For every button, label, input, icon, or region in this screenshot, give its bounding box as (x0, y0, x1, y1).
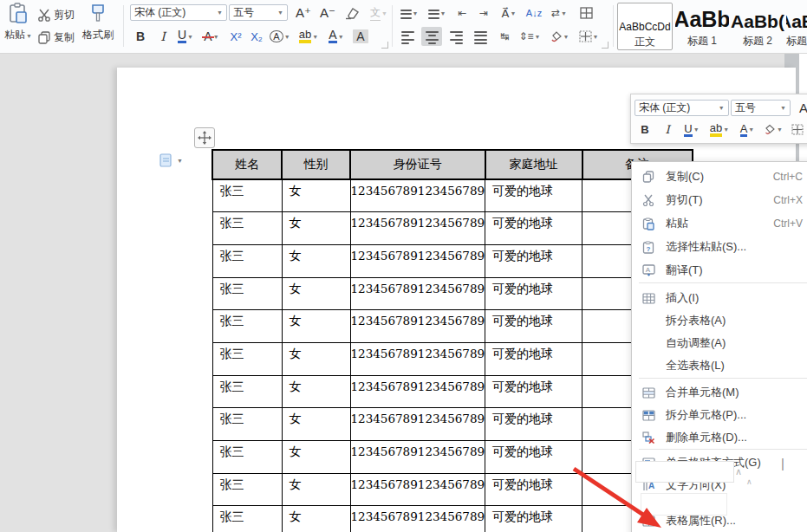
cell-gender[interactable]: 女 (282, 408, 350, 441)
cell-gender[interactable]: 女 (282, 342, 350, 375)
justify-button[interactable] (470, 27, 491, 46)
highlight-color-button[interactable]: ab▼ (295, 27, 322, 46)
header-cell[interactable]: 姓名 (212, 150, 282, 179)
italic-button[interactable]: I (153, 27, 173, 46)
align-left-button[interactable] (397, 27, 418, 46)
cell-address[interactable]: 可爱的地球 (485, 506, 582, 532)
cell-gender[interactable]: 女 (282, 506, 350, 532)
cell-id[interactable]: 123456789123456789 (350, 375, 485, 408)
menu-item-translate[interactable]: A 翻译(T) (633, 259, 807, 282)
pinyin-guide-button[interactable]: 文▼ (366, 3, 392, 23)
menu-item-merge-cells[interactable]: 合并单元格(M) (633, 381, 807, 404)
mini-highlight-button[interactable]: ab▼ (706, 120, 733, 139)
cell-gender[interactable]: 女 (282, 375, 350, 408)
mini-underline-button[interactable]: U▼ (680, 120, 704, 139)
mini-font-color-button[interactable]: A▼ (735, 120, 759, 139)
mini-shading-button[interactable]: ▼ (761, 120, 785, 139)
text-effects-button[interactable]: A▼ (267, 27, 293, 46)
menu-item-split-cells[interactable]: 拆分单元格(P)... (633, 404, 807, 426)
cell-address[interactable]: 可爱的地球 (485, 473, 582, 506)
strikethrough-button[interactable]: A▼ (199, 27, 224, 46)
menu-item-copy[interactable]: 复制(C) Ctrl+C (633, 165, 807, 188)
cell-name[interactable]: 张三 (212, 342, 282, 375)
mini-bold-button[interactable]: B (635, 120, 655, 139)
cell-id[interactable]: 123456789123456789 (350, 506, 485, 532)
cell-address[interactable]: 可爱的地球 (485, 375, 582, 408)
mini-font-size-combobox[interactable]: 五号▼ (731, 100, 791, 116)
cell-id[interactable]: 123456789123456789 (350, 277, 485, 310)
paragraph-layout-button[interactable]: ⇄▼ (546, 3, 572, 23)
cell-id[interactable]: 123456789123456789 (350, 212, 485, 245)
cell-gender[interactable]: 女 (282, 212, 350, 245)
style-item-heading3[interactable]: AaB 标题 3 (786, 3, 807, 50)
cell-name[interactable]: 张三 (212, 179, 282, 212)
menu-item-paste[interactable]: 粘贴 Ctrl+V (633, 212, 807, 235)
cell-address[interactable]: 可爱的地球 (485, 277, 582, 310)
cell-id[interactable]: 123456789123456789 (350, 441, 485, 474)
cell-name[interactable]: 张三 (212, 310, 282, 343)
decrease-font-button[interactable]: A⁻ (317, 3, 338, 23)
cell-address[interactable]: 可爱的地球 (485, 310, 582, 343)
mini-borders-button[interactable] (787, 120, 807, 139)
cell-address[interactable]: 可爱的地球 (485, 212, 582, 245)
style-item-normal[interactable]: AaBbCcDd 正文 (617, 3, 673, 50)
line-spacing-button[interactable]: ⇕≡▼ (517, 27, 543, 46)
mini-increase-font-button[interactable]: A (799, 101, 807, 115)
menu-item-paste-special[interactable]: ? 选择性粘贴(S)... (633, 236, 807, 258)
cell-gender[interactable]: 女 (282, 277, 350, 310)
cell-gender[interactable]: 女 (282, 473, 350, 506)
cell-id[interactable]: 123456789123456789 (350, 244, 485, 277)
cell-name[interactable]: 张三 (212, 277, 282, 310)
bullet-list-button[interactable]: ▼ (397, 3, 421, 23)
menu-item-cut[interactable]: 剪切(T) Ctrl+X (633, 189, 807, 211)
menu-item-select-table[interactable]: 全选表格(L) (633, 354, 807, 377)
menu-item-delete-cells[interactable]: 删除单元格(D)... (633, 426, 807, 449)
font-name-combobox[interactable]: 宋体 (正文)▼ (130, 4, 227, 21)
menu-item-insert[interactable]: 插入(I) (633, 287, 807, 309)
header-cell[interactable]: 身份证号 (350, 150, 485, 179)
distribute-button[interactable]: ↹ (494, 27, 515, 46)
cell-id[interactable]: 123456789123456789 (350, 310, 485, 343)
header-cell[interactable]: 家庭地址 (485, 150, 582, 179)
font-color-button[interactable]: A▼ (324, 27, 348, 46)
mini-italic-button[interactable]: I (657, 120, 678, 139)
numbered-list-button[interactable]: ▼ (425, 3, 449, 23)
clear-format-button[interactable] (342, 3, 362, 23)
bold-button[interactable]: B (130, 27, 151, 46)
align-center-button[interactable] (421, 27, 442, 46)
cell-gender[interactable]: 女 (282, 441, 350, 474)
table-move-handle[interactable] (194, 127, 215, 148)
align-right-button[interactable] (446, 27, 466, 46)
cell-address[interactable]: 可爱的地球 (485, 441, 582, 474)
cell-name[interactable]: 张三 (212, 506, 282, 532)
paste-button[interactable]: 粘贴▼ (3, 3, 33, 42)
borders-button[interactable]: ▼ (576, 27, 602, 46)
style-item-heading1[interactable]: AaBb 标题 1 (675, 3, 729, 50)
increase-font-button[interactable]: A⁺ (293, 3, 314, 23)
underline-button[interactable]: U▼ (173, 27, 198, 46)
cell-address[interactable]: 可爱的地球 (485, 408, 582, 441)
cell-name[interactable]: 张三 (212, 441, 282, 474)
menu-item-split-table[interactable]: 拆分表格(A) (633, 309, 807, 332)
cell-gender[interactable]: 女 (282, 179, 350, 212)
cell-gender[interactable]: 女 (282, 244, 350, 277)
cell-id[interactable]: 123456789123456789 (350, 473, 485, 506)
cell-address[interactable]: 可爱的地球 (485, 179, 582, 212)
paste-options-button[interactable]: ▼ (159, 152, 183, 168)
header-cell[interactable]: 性别 (282, 150, 350, 179)
font-size-combobox[interactable]: 五号▼ (229, 4, 288, 21)
columns-button[interactable] (576, 3, 596, 23)
increase-indent-button[interactable]: ⇥ (473, 3, 494, 23)
cell-address[interactable]: 可爱的地球 (485, 244, 582, 277)
cell-name[interactable]: 张三 (212, 473, 282, 506)
cut-button[interactable]: 剪切 (35, 6, 77, 24)
cell-name[interactable]: 张三 (212, 244, 282, 277)
superscript-button[interactable]: X² (225, 27, 246, 46)
copy-button[interactable]: 复制 (35, 29, 77, 47)
cell-name[interactable]: 张三 (212, 212, 282, 245)
decrease-indent-button[interactable]: ⇤ (452, 3, 472, 23)
dialog-launcher[interactable] (602, 42, 609, 49)
cell-id[interactable]: 123456789123456789 (350, 179, 485, 212)
cell-name[interactable]: 张三 (212, 408, 282, 441)
char-shading-button[interactable]: A (350, 27, 371, 46)
